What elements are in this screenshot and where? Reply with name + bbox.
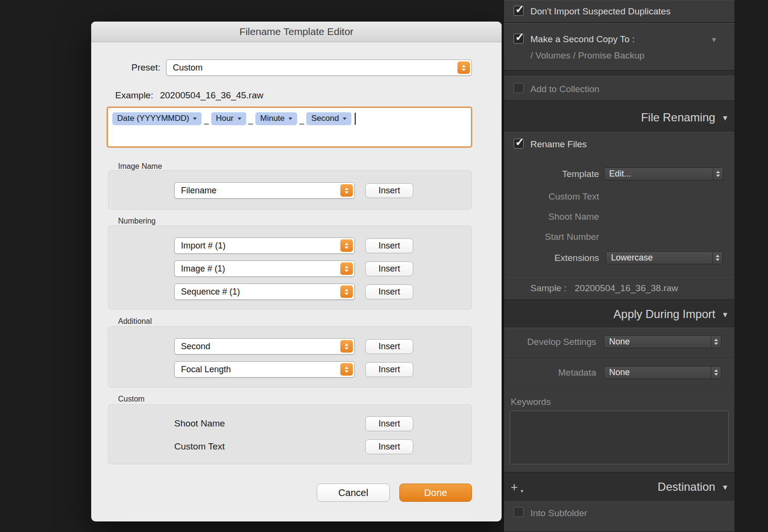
into-subfolder-checkbox[interactable] [514, 507, 524, 517]
rename-files-label: Rename Files [530, 139, 587, 150]
insert-button[interactable]: Insert [365, 284, 413, 299]
dialog-title: Filename Template Editor [240, 26, 354, 37]
disclosure-triangle-icon[interactable]: ▼ [710, 35, 718, 44]
token-separator: _ [204, 116, 208, 125]
token-hour[interactable]: Hour [211, 112, 246, 125]
additional-select-2[interactable]: Focal Length [174, 361, 355, 378]
custom-text-label: Custom Text [174, 441, 355, 452]
select-stepper-icon [711, 366, 721, 378]
metadata-label: Metadata [504, 367, 596, 378]
extensions-select[interactable]: Lowercase [606, 251, 723, 264]
select-stepper-icon [340, 184, 353, 197]
dialog-titlebar[interactable]: Filename Template Editor [91, 22, 502, 42]
section-label-image-name: Image Name [118, 162, 162, 171]
second-copy-path[interactable]: / Volumes / Promise Backup [530, 50, 645, 61]
template-select[interactable]: Edit... [604, 167, 723, 180]
keywords-label: Keywords [511, 397, 551, 407]
add-to-collection-row: Add to Collection [504, 76, 734, 101]
section-numbering: Import # (1) Insert Image # (1) Insert S… [108, 225, 472, 309]
select-stepper-icon [712, 252, 722, 264]
select-stepper-icon [340, 239, 353, 252]
template-label: Template [504, 169, 599, 179]
section-additional: Second Insert Focal Length Insert [108, 326, 472, 388]
plus-caret-icon: ▼ [520, 489, 524, 494]
insert-button[interactable]: Insert [365, 238, 413, 253]
select-stepper-icon [340, 340, 353, 353]
insert-button[interactable]: Insert [365, 183, 413, 198]
divider [504, 276, 734, 276]
import-right-panel: ✓ Don't Import Suspected Duplicates ✓ Ma… [504, 0, 734, 532]
develop-settings-select[interactable]: None [604, 335, 721, 348]
insert-button[interactable]: Insert [365, 362, 413, 377]
check-icon: ✓ [515, 136, 524, 149]
insert-button[interactable]: Insert [365, 439, 413, 454]
dont-import-duplicates-checkbox[interactable]: ✓ [514, 6, 524, 16]
divider [504, 389, 734, 390]
dont-import-duplicates-label: Don't Import Suspected Duplicates [530, 6, 671, 17]
section-image-name: Filename Insert [108, 170, 472, 210]
check-icon: ✓ [515, 3, 524, 16]
insert-button[interactable]: Insert [365, 416, 413, 431]
import-number-select[interactable]: Import # (1) [174, 237, 355, 254]
shoot-name-label: Shoot Name [174, 418, 355, 429]
apply-during-import-panel: Develop Settings None Metadata None Keyw… [504, 328, 734, 473]
sequence-number-select[interactable]: Sequence # (1) [174, 284, 355, 300]
insert-button[interactable]: Insert [365, 261, 413, 276]
additional-select-1[interactable]: Second [174, 338, 355, 355]
add-to-collection-checkbox[interactable] [514, 83, 524, 93]
chevron-down-icon [238, 118, 241, 120]
chevron-down-icon [288, 118, 292, 120]
preset-value: Custom [173, 63, 203, 73]
plus-icon[interactable]: + [511, 480, 518, 494]
insert-button[interactable]: Insert [365, 339, 413, 354]
token-separator: _ [300, 116, 304, 125]
into-subfolder-label: Into Subfolder [530, 508, 587, 519]
select-stepper-icon [340, 262, 353, 275]
destination-header[interactable]: + ▼ Destination ▼ [504, 479, 734, 495]
file-renaming-panel: ✓ Rename Files Template Edit... Custom T… [504, 132, 734, 300]
select-stepper-icon [457, 61, 470, 74]
example-value: 20200504_16_36_45.raw [160, 90, 264, 101]
template-token-editor[interactable]: Date (YYYYMMDD) _ Hour _ Minute _ Second [107, 106, 472, 148]
second-copy-row: ✓ Make a Second Copy To : ▼ / Volumes / … [504, 23, 734, 71]
token-minute[interactable]: Minute [255, 112, 297, 125]
dont-import-duplicates-row: ✓ Don't Import Suspected Duplicates [504, 0, 734, 23]
triangle-down-icon: ▼ [721, 114, 729, 122]
select-stepper-icon [340, 363, 353, 376]
section-label-numbering: Numbering [118, 217, 156, 225]
section-custom: Shoot Name Insert Custom Text Insert [108, 404, 472, 464]
preset-label: Preset: [120, 62, 160, 73]
token-separator: _ [249, 116, 253, 125]
filename-template-editor-dialog: Filename Template Editor Preset: Custom … [91, 22, 502, 521]
triangle-down-icon: ▼ [721, 483, 729, 491]
chevron-down-icon [343, 118, 347, 120]
select-stepper-icon [711, 336, 721, 348]
keywords-input[interactable] [510, 411, 729, 464]
metadata-select[interactable]: None [604, 366, 721, 379]
file-renaming-header[interactable]: File Renaming ▼ [504, 109, 734, 126]
image-name-select[interactable]: Filename [174, 182, 355, 199]
start-number-field-label: Start Number [504, 232, 599, 242]
select-stepper-icon [340, 285, 353, 298]
second-copy-checkbox[interactable]: ✓ [514, 34, 524, 44]
develop-settings-label: Develop Settings [504, 337, 596, 347]
section-label-custom: Custom [118, 395, 144, 403]
done-button[interactable]: Done [399, 484, 472, 502]
add-to-collection-label: Add to Collection [530, 84, 600, 95]
token-second[interactable]: Second [306, 112, 351, 125]
cancel-button[interactable]: Cancel [317, 484, 390, 502]
extensions-label: Extensions [504, 253, 599, 263]
example-row: Example: 20200504_16_36_45.raw [115, 90, 264, 101]
token-date[interactable]: Date (YYYYMMDD) [112, 112, 202, 125]
apply-during-import-header[interactable]: Apply During Import ▼ [504, 306, 734, 322]
into-subfolder-row: Into Subfolder [504, 501, 734, 532]
preset-select[interactable]: Custom [166, 59, 472, 76]
preset-row: Preset: Custom [120, 59, 472, 76]
image-number-select[interactable]: Image # (1) [174, 260, 355, 277]
divider [504, 358, 734, 358]
rename-files-checkbox[interactable]: ✓ [514, 139, 524, 149]
shoot-name-field-label: Shoot Name [504, 212, 599, 222]
text-cursor [355, 113, 356, 125]
sample-row: Sample : 20200504_16_36_38.raw [530, 283, 678, 294]
token-strip: Date (YYYYMMDD) _ Hour _ Minute _ Second [112, 112, 356, 125]
